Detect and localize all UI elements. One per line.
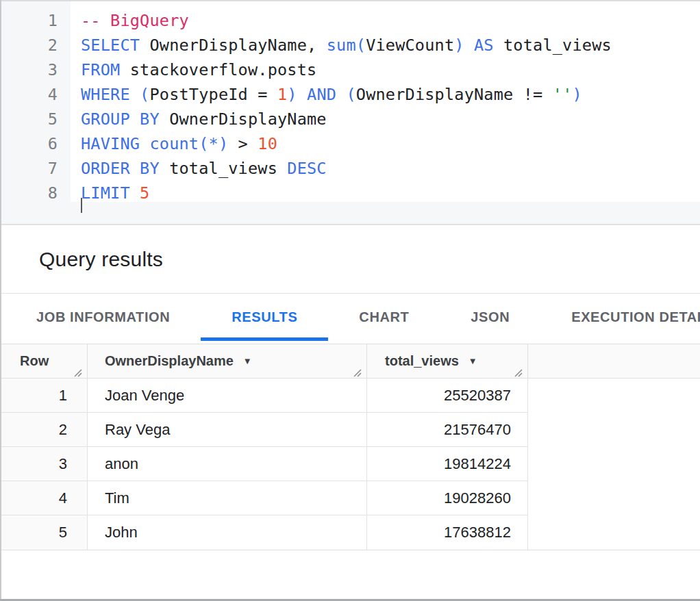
row-number-cell: 4 [0, 481, 88, 515]
sql-token-id: OwnerDisplayName, [140, 36, 327, 55]
sql-code: 1-- BigQuery2SELECT OwnerDisplayName, su… [0, 8, 700, 205]
row-filler-cell [528, 515, 700, 550]
code-line[interactable]: 7ORDER BY total_views DESC [0, 156, 700, 181]
cell-total-views: 19028260 [367, 481, 528, 515]
sql-token-id: > [228, 134, 258, 153]
cell-ownerdisplayname: Tim [88, 481, 367, 515]
cell-ownerdisplayname: John [88, 515, 367, 550]
code-line[interactable]: 3FROM stackoverflow.posts [0, 57, 700, 82]
column-header-row[interactable]: Row [0, 344, 88, 378]
line-number: 8 [0, 181, 71, 205]
sql-token-paren: ( [356, 36, 366, 55]
tab-results[interactable]: RESULTS [201, 294, 328, 341]
cell-ownerdisplayname: anon [88, 447, 367, 481]
code-line[interactable]: 4WHERE (PostTypeId = 1) AND (OwnerDispla… [0, 82, 700, 107]
column-header-label: Row [20, 353, 49, 369]
column-header-ownerdisplayname[interactable]: OwnerDisplayName▼ [88, 344, 367, 378]
active-tab-underline [201, 337, 328, 341]
sql-token-num: 5 [140, 183, 149, 203]
tab-label: JSON [471, 309, 510, 324]
row-filler-cell [528, 379, 700, 413]
code-line[interactable]: 8LIMIT 5 [0, 181, 700, 205]
column-header-filler [528, 344, 700, 378]
line-number: 7 [0, 156, 71, 181]
tab-job-information[interactable]: JOB INFORMATION [5, 294, 201, 341]
line-number: 4 [0, 82, 71, 107]
code-text: LIMIT 5 [71, 181, 149, 205]
text-ibeam-cursor [81, 198, 82, 213]
line-number: 1 [0, 8, 71, 33]
sql-token-paren: ( [140, 85, 149, 104]
line-number: 2 [0, 33, 71, 57]
column-header-label: OwnerDisplayName [105, 353, 234, 369]
sql-token-kw: sum [327, 36, 356, 55]
row-filler-cell [528, 413, 700, 447]
code-line[interactable]: 6HAVING count(*) > 10 [0, 131, 700, 156]
code-text: SELECT OwnerDisplayName, sum(ViewCount) … [71, 33, 612, 57]
sql-token-kw: ORDER BY [81, 159, 160, 178]
sql-token-kw: HAVING count [81, 134, 199, 153]
sql-token-kw: GROUP BY [81, 110, 160, 129]
code-text: WHERE (PostTypeId = 1) AND (OwnerDisplay… [71, 82, 582, 107]
sql-token-paren: ) [454, 36, 464, 55]
sql-token-id: OwnerDisplayName != [356, 85, 553, 104]
table-row: 1Joan Venge25520387 [0, 379, 700, 413]
column-header-label: total_views [385, 353, 459, 369]
tab-label: EXECUTION DETAILS [571, 309, 700, 324]
column-resize-handle-icon[interactable] [352, 365, 362, 374]
tab-execution-details[interactable]: EXECUTION DETAILS [540, 294, 700, 341]
line-number: 5 [0, 107, 71, 131]
table-row: 3anon19814224 [0, 447, 700, 481]
row-number-cell: 1 [0, 379, 88, 413]
sql-token-kw: AND [297, 85, 347, 104]
table-body: 1Joan Venge255203872Ray Vega215764703ano… [0, 379, 700, 550]
sql-token-paren: ) [287, 85, 297, 104]
code-text: FROM stackoverflow.posts [71, 57, 316, 82]
column-dropdown-icon[interactable]: ▼ [468, 356, 477, 366]
sql-token-id: OwnerDisplayName [160, 110, 327, 129]
code-text: -- BigQuery [71, 8, 189, 33]
table-row: 4Tim19028260 [0, 481, 700, 515]
tab-chart[interactable]: CHART [328, 294, 440, 341]
tab-json[interactable]: JSON [440, 294, 540, 341]
sql-token-paren: (*) [199, 134, 228, 153]
cell-ownerdisplayname: Ray Vega [88, 413, 367, 447]
row-number-cell: 5 [0, 515, 88, 550]
sql-token-id: total_views [160, 159, 288, 178]
sql-token-kw: FROM [81, 60, 120, 79]
cell-total-views: 19814224 [367, 447, 528, 481]
cell-total-views: 25520387 [367, 379, 528, 413]
sql-editor[interactable]: 1-- BigQuery2SELECT OwnerDisplayName, su… [0, 0, 700, 225]
row-filler-cell [528, 447, 700, 481]
sql-token-num: 10 [258, 134, 277, 153]
cell-total-views: 21576470 [367, 413, 528, 447]
code-line[interactable]: 2SELECT OwnerDisplayName, sum(ViewCount)… [0, 33, 700, 57]
code-line[interactable]: 1-- BigQuery [0, 8, 700, 33]
results-table: RowOwnerDisplayName▼total_views▼ 1Joan V… [0, 344, 700, 550]
sql-token-kw: SELECT [81, 36, 140, 55]
column-header-total_views[interactable]: total_views▼ [367, 344, 528, 378]
row-number-cell: 2 [0, 413, 88, 447]
sql-token-id: total_views [494, 36, 612, 55]
sql-token-paren: ( [346, 85, 355, 104]
tab-label: CHART [359, 309, 409, 324]
column-resize-handle-icon[interactable] [513, 365, 523, 374]
bigquery-query-panel: 1-- BigQuery2SELECT OwnerDisplayName, su… [0, 0, 700, 601]
sql-token-str: '' [553, 85, 573, 104]
sql-token-num: 1 [277, 85, 287, 104]
line-number: 6 [0, 131, 71, 156]
query-results-header: Query results [0, 225, 700, 294]
tab-label: RESULTS [232, 309, 297, 324]
sql-token-paren: ) [572, 85, 582, 104]
row-number-cell: 3 [0, 447, 88, 481]
sql-token-kw: LIMIT [81, 183, 140, 203]
code-line[interactable]: 5GROUP BY OwnerDisplayName [0, 107, 700, 131]
results-tab-bar: JOB INFORMATIONRESULTSCHARTJSONEXECUTION… [0, 294, 700, 344]
sql-token-id: PostTypeId = [149, 85, 277, 104]
table-row: 2Ray Vega21576470 [0, 413, 700, 447]
code-text: GROUP BY OwnerDisplayName [71, 107, 327, 131]
column-dropdown-icon[interactable]: ▼ [243, 356, 252, 366]
column-resize-handle-icon[interactable] [73, 365, 82, 374]
sql-token-comment: -- BigQuery [81, 11, 189, 30]
table-row: 5John17638812 [0, 515, 700, 550]
